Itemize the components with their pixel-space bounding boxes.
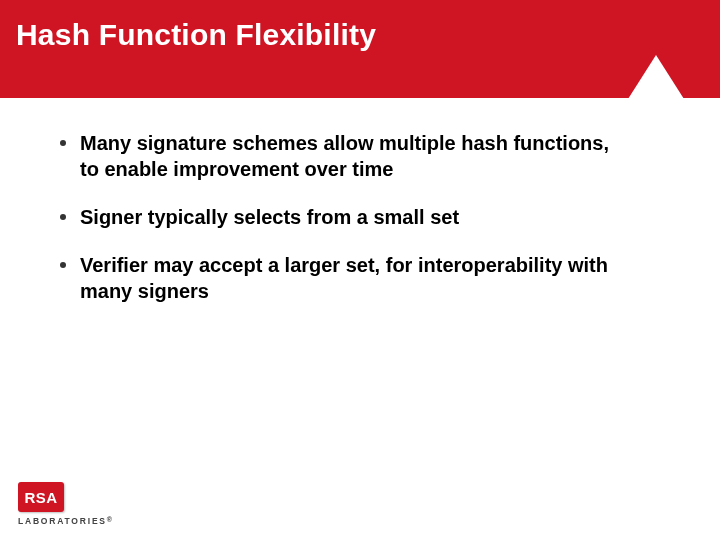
content-area: Many signature schemes allow multiple ha…: [0, 98, 720, 304]
slide-title: Hash Function Flexibility: [16, 18, 376, 52]
list-item: Verifier may accept a larger set, for in…: [60, 252, 660, 304]
footer-logo-block: RSA LABORATORIES®: [18, 482, 114, 526]
bullet-text: Verifier may accept a larger set, for in…: [80, 252, 620, 304]
list-item: Signer typically selects from a small se…: [60, 204, 660, 230]
lab-text: LABORATORIES: [18, 516, 107, 526]
registered-mark: ®: [107, 516, 114, 523]
bullet-dot-icon: [60, 214, 66, 220]
bullet-dot-icon: [60, 262, 66, 268]
header-bar: Hash Function Flexibility: [0, 0, 720, 98]
header-notch-shape: [628, 55, 684, 99]
logo-text: RSA: [24, 489, 57, 506]
laboratories-label: LABORATORIES®: [18, 516, 114, 526]
bullet-text: Signer typically selects from a small se…: [80, 204, 459, 230]
bullet-text: Many signature schemes allow multiple ha…: [80, 130, 620, 182]
bullet-dot-icon: [60, 140, 66, 146]
rsa-logo-icon: RSA: [18, 482, 64, 512]
list-item: Many signature schemes allow multiple ha…: [60, 130, 660, 182]
slide: Hash Function Flexibility Many signature…: [0, 0, 720, 540]
